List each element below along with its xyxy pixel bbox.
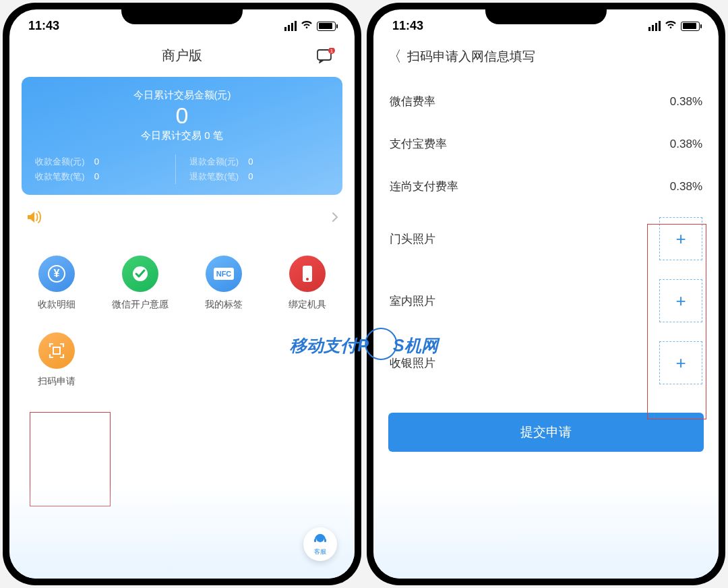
- rate-row-alipay: 支付宝费率 0.38%: [373, 123, 719, 165]
- phone-left: 11:43 商户版 1 今日累计交易金额(元) 0 今日累计交易 0 笔: [3, 3, 361, 585]
- screen-right: 11:43 〈 扫码申请入网信息填写 微信费率 0.38% 支付宝费率 0.38…: [373, 9, 719, 579]
- signal-icon: [284, 21, 297, 31]
- screen-left: 11:43 商户版 1 今日累计交易金额(元) 0 今日累计交易 0 笔: [9, 9, 355, 579]
- messages-icon[interactable]: 1: [317, 48, 336, 64]
- nfc-icon: NFC: [206, 256, 242, 292]
- notch: [485, 3, 607, 24]
- submit-button[interactable]: 提交申请: [388, 413, 704, 452]
- notch: [121, 3, 243, 24]
- upload-row-cashier: 收银照片 +: [373, 332, 719, 394]
- status-right: [648, 19, 700, 33]
- device-icon: [289, 256, 326, 292]
- svg-rect-7: [53, 347, 60, 354]
- grid-item-wechat[interactable]: 微信开户意愿: [98, 249, 182, 326]
- summary-card[interactable]: 今日累计交易金额(元) 0 今日累计交易 0 笔 收款金额(元)0 收款笔数(笔…: [22, 77, 342, 195]
- page-title: 扫码申请入网信息填写: [407, 48, 535, 65]
- headset-icon: [313, 532, 328, 547]
- rate-row-wechat: 微信费率 0.38%: [373, 80, 719, 123]
- grid-item-receipts[interactable]: ¥ 收款明细: [15, 249, 98, 326]
- check-icon: [122, 256, 158, 292]
- back-button[interactable]: 〈: [387, 47, 402, 67]
- customer-service-button[interactable]: 客服: [303, 527, 337, 561]
- upload-box-cashier[interactable]: +: [659, 341, 702, 384]
- phone-right: 11:43 〈 扫码申请入网信息填写 微信费率 0.38% 支付宝费率 0.38…: [367, 3, 725, 585]
- svg-rect-9: [314, 539, 316, 542]
- summary-left-col: 收款金额(元)0 收款笔数(笔)0: [35, 154, 175, 184]
- page-title: 商户版: [162, 47, 202, 65]
- svg-rect-10: [324, 539, 326, 542]
- grid-item-bind[interactable]: 绑定机具: [266, 249, 349, 326]
- messages-badge-count: 1: [330, 48, 334, 54]
- signal-icon: [648, 21, 661, 31]
- fade-bottom: [373, 484, 719, 579]
- grid-item-tag[interactable]: NFC 我的标签: [182, 249, 266, 326]
- app-header: 商户版 1: [9, 37, 355, 77]
- plus-icon: +: [675, 291, 686, 312]
- summary-top-label: 今日累计交易金额(元): [35, 89, 329, 102]
- upload-box-storefront[interactable]: +: [659, 217, 702, 260]
- rate-row-lianshang: 连尚支付费率 0.38%: [373, 165, 719, 208]
- notice-bar[interactable]: [9, 195, 355, 235]
- form-header: 〈 扫码申请入网信息填写: [373, 37, 719, 78]
- wifi-icon: [665, 19, 677, 33]
- upload-row-storefront: 门头照片 +: [373, 208, 719, 270]
- wifi-icon: [301, 19, 313, 33]
- feature-grid: ¥ 收款明细 微信开户意愿 NFC 我的标签 绑定机具 扫码申请: [9, 235, 355, 403]
- svg-point-6: [306, 278, 309, 281]
- status-time: 11:43: [28, 19, 59, 33]
- upload-box-interior[interactable]: +: [659, 279, 702, 322]
- upload-row-interior: 室内照片 +: [373, 270, 719, 332]
- scan-icon: [38, 332, 75, 369]
- summary-amount: 0: [35, 102, 329, 129]
- status-right: [284, 19, 336, 33]
- speaker-icon: [26, 210, 43, 227]
- summary-right-col: 退款金额(元)0 退款笔数(笔)0: [175, 154, 330, 184]
- fade-bottom: [9, 484, 355, 579]
- plus-icon: +: [675, 229, 686, 249]
- chevron-right-icon: [332, 212, 338, 225]
- summary-sub: 今日累计交易 0 笔: [35, 129, 329, 142]
- svg-text:¥: ¥: [54, 268, 60, 279]
- rate-list: 微信费率 0.38% 支付宝费率 0.38% 连尚支付费率 0.38% 门头照片…: [373, 78, 719, 394]
- battery-icon: [317, 22, 336, 31]
- grid-item-scan-apply[interactable]: 扫码申请: [15, 326, 98, 403]
- status-time: 11:43: [392, 19, 423, 33]
- highlight-scan-apply: [30, 412, 111, 506]
- battery-icon: [681, 22, 700, 31]
- yen-icon: ¥: [38, 256, 75, 292]
- plus-icon: +: [675, 353, 686, 374]
